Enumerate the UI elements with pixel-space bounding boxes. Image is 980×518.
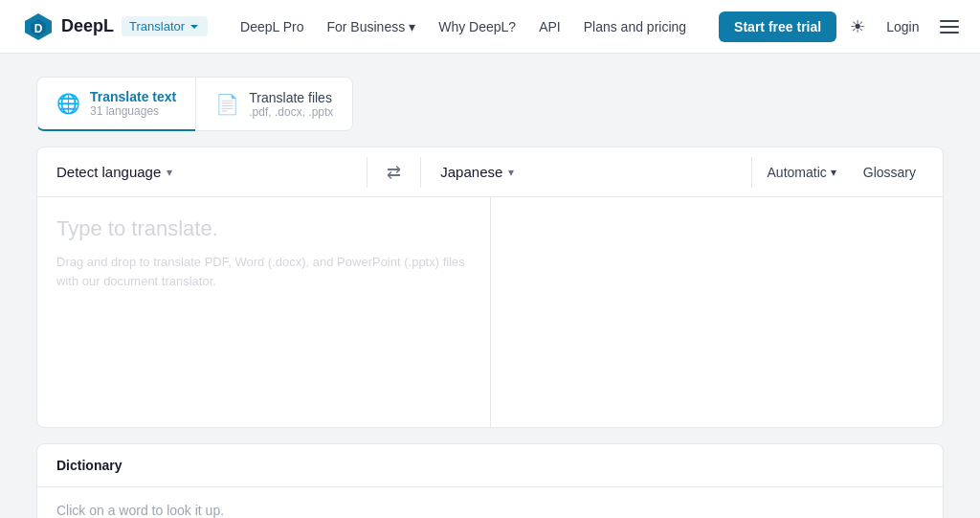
dictionary-box: Dictionary Click on a word to look it up… bbox=[36, 443, 944, 518]
tab-translate-text[interactable]: 🌐 Translate text 31 languages bbox=[36, 77, 195, 131]
svg-text:D: D bbox=[34, 22, 43, 35]
chevron-down-icon: ▾ bbox=[167, 166, 172, 179]
text-panels: Type to translate. Drag and drop to tran… bbox=[37, 197, 943, 427]
sun-icon: ☀ bbox=[850, 16, 865, 37]
logo-area: D DeepL Translator bbox=[23, 11, 208, 42]
source-text-panel[interactable]: Type to translate. Drag and drop to tran… bbox=[37, 197, 491, 427]
nav-item-api[interactable]: API bbox=[529, 13, 570, 40]
tab-translate-files[interactable]: 📄 Translate files .pdf, .docx, .pptx bbox=[195, 77, 353, 131]
theme-toggle-button[interactable]: ☀ bbox=[844, 11, 871, 43]
deepl-logo-icon: D bbox=[23, 11, 54, 42]
header: D DeepL Translator DeepL Pro For Busines… bbox=[0, 0, 980, 54]
tab-translate-text-subtitle: 31 languages bbox=[90, 104, 176, 118]
menu-line-1 bbox=[940, 20, 959, 22]
source-language-label: Detect language bbox=[56, 164, 161, 180]
tab-text-content: Translate text 31 languages bbox=[90, 89, 176, 118]
menu-line-2 bbox=[940, 26, 959, 28]
translator-badge-label: Translator bbox=[129, 19, 185, 34]
translator-box: Detect language ▾ ⇄ Japanese ▾ Automatic… bbox=[36, 146, 944, 428]
chevron-down-icon: ▾ bbox=[831, 166, 836, 179]
dictionary-placeholder: Click on a word to look it up. bbox=[56, 503, 224, 518]
login-button[interactable]: Login bbox=[879, 13, 926, 40]
nav-item-why-deepl[interactable]: Why DeepL? bbox=[429, 13, 525, 40]
hamburger-menu-button[interactable] bbox=[934, 14, 965, 39]
main-nav: DeepL Pro For Business ▾ Why DeepL? API … bbox=[231, 13, 696, 40]
source-language-selector[interactable]: Detect language ▾ bbox=[37, 147, 367, 196]
globe-icon: 🌐 bbox=[56, 92, 80, 115]
file-icon: 📄 bbox=[215, 93, 239, 116]
tab-translate-files-label: Translate files bbox=[249, 90, 333, 105]
automatic-label: Automatic bbox=[768, 165, 827, 180]
swap-languages-button[interactable]: ⇄ bbox=[368, 147, 420, 196]
nav-item-plans-pricing[interactable]: Plans and pricing bbox=[574, 13, 696, 40]
dictionary-header: Dictionary bbox=[37, 444, 943, 487]
automatic-button[interactable]: Automatic ▾ bbox=[760, 161, 844, 184]
chevron-down-icon bbox=[189, 21, 200, 33]
source-placeholder-main: Type to translate. bbox=[56, 216, 471, 241]
nav-item-for-business[interactable]: For Business ▾ bbox=[317, 13, 425, 40]
start-trial-button[interactable]: Start free trial bbox=[719, 11, 836, 42]
lang-bar-divider-3 bbox=[751, 157, 752, 188]
tab-files-content: Translate files .pdf, .docx, .pptx bbox=[249, 90, 333, 119]
chevron-down-icon: ▾ bbox=[508, 166, 514, 179]
swap-icon: ⇄ bbox=[387, 162, 401, 183]
glossary-button[interactable]: Glossary bbox=[852, 161, 927, 184]
tab-translate-text-label: Translate text bbox=[90, 89, 176, 104]
menu-line-3 bbox=[940, 32, 959, 34]
lang-right-options: Automatic ▾ Glossary bbox=[751, 157, 943, 188]
chevron-down-icon: ▾ bbox=[409, 19, 415, 34]
main-content: 🌐 Translate text 31 languages 📄 Translat… bbox=[21, 54, 959, 518]
header-actions: Start free trial ☀ Login bbox=[719, 11, 965, 43]
dictionary-body: Click on a word to look it up. bbox=[37, 487, 943, 518]
source-placeholder-sub: Drag and drop to translate PDF, Word (.d… bbox=[56, 253, 471, 290]
target-text-panel bbox=[491, 197, 944, 427]
logo-text: DeepL bbox=[61, 16, 114, 36]
nav-item-deepl-pro[interactable]: DeepL Pro bbox=[231, 13, 313, 40]
translator-badge[interactable]: Translator bbox=[122, 16, 208, 36]
target-language-selector[interactable]: Japanese ▾ bbox=[421, 147, 750, 196]
tab-translate-files-subtitle: .pdf, .docx, .pptx bbox=[249, 105, 333, 119]
target-language-label: Japanese bbox=[440, 164, 502, 180]
tab-row: 🌐 Translate text 31 languages 📄 Translat… bbox=[36, 77, 944, 131]
language-bar: Detect language ▾ ⇄ Japanese ▾ Automatic… bbox=[37, 147, 943, 197]
